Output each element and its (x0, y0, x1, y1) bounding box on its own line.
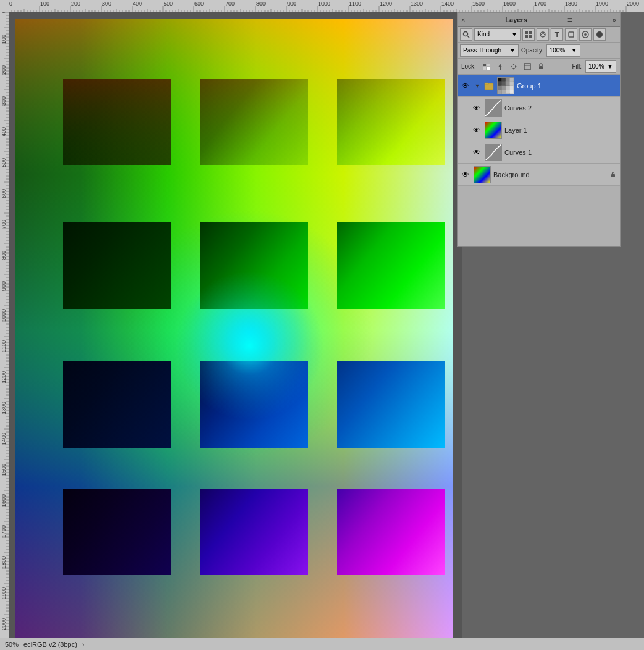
lock-all-button[interactable] (535, 61, 546, 72)
search-icon-button[interactable] (460, 28, 472, 41)
lock-transparent-button[interactable] (481, 61, 492, 72)
svg-rect-18 (539, 66, 543, 69)
toggle-filter-button[interactable] (593, 28, 606, 41)
layer-item-group1[interactable]: 👁 ▼ (458, 75, 620, 97)
svg-rect-4 (525, 35, 528, 38)
thumbnail-background (474, 166, 491, 183)
lock-artboard-icon (523, 62, 532, 71)
ruler-top (0, 0, 644, 12)
svg-rect-3 (529, 31, 532, 34)
layer-name-curves2: Curves 2 (504, 104, 617, 112)
svg-line-1 (467, 36, 469, 38)
ruler-left-canvas (0, 12, 9, 650)
ruler-left (0, 12, 9, 650)
svg-rect-31 (506, 86, 510, 90)
kind-filter-label: Kind (477, 31, 490, 38)
lock-all-icon (537, 62, 545, 71)
opacity-input[interactable]: 100% ▼ (546, 44, 580, 57)
pixel-filter-button[interactable] (522, 28, 535, 41)
zoom-level: 50% (5, 641, 19, 648)
panel-menu-button[interactable]: ≡ (567, 15, 572, 24)
fill-arrow: ▼ (607, 63, 613, 70)
ruler-canvas (9, 0, 644, 12)
thumbnail-layer1 (485, 122, 502, 139)
ruler-corner (0, 0, 9, 12)
panel-collapse-button[interactable]: » (613, 16, 616, 23)
svg-rect-26 (502, 81, 506, 86)
toggle-icon (596, 31, 603, 38)
svg-rect-41 (611, 174, 615, 177)
opacity-label: Opacity: (521, 47, 544, 54)
layer-name-layer1: Layer 1 (504, 127, 617, 134)
svg-rect-36 (510, 90, 514, 94)
kind-filter-arrow: ▼ (511, 31, 517, 38)
visibility-toggle-curves2[interactable]: 👁 (471, 102, 482, 114)
svg-rect-34 (502, 90, 506, 94)
svg-rect-5 (529, 35, 532, 38)
main-canvas[interactable] (15, 19, 453, 642)
adjustment-filter-button[interactable] (537, 28, 549, 41)
svg-rect-29 (498, 86, 502, 90)
svg-rect-11 (483, 64, 486, 66)
svg-rect-24 (510, 78, 514, 82)
svg-rect-20 (485, 83, 488, 85)
layer-item-curves1[interactable]: 👁 Curves 1 (458, 141, 620, 164)
blend-row: Pass Through ▼ Opacity: 100% ▼ (458, 43, 620, 59)
layers-panel: × Layers ≡ » Kind ▼ (457, 12, 621, 247)
smart-icon (582, 31, 589, 38)
svg-rect-23 (506, 78, 510, 82)
blend-mode-select[interactable]: Pass Through ▼ (460, 44, 519, 57)
svg-rect-21 (498, 78, 502, 82)
svg-rect-33 (498, 90, 502, 94)
canvas-area (9, 12, 462, 650)
svg-rect-13 (483, 67, 486, 70)
color-profile: eciRGB v2 (8bpc) (23, 641, 77, 648)
folder-icon (484, 81, 494, 91)
smart-filter-button[interactable] (579, 28, 592, 41)
opacity-arrow: ▼ (571, 47, 577, 54)
shape-filter-button[interactable] (565, 28, 577, 41)
search-icon (462, 31, 470, 38)
blend-mode-arrow: ▼ (509, 47, 516, 54)
svg-rect-30 (502, 86, 506, 90)
svg-point-9 (584, 33, 587, 36)
svg-point-10 (596, 31, 603, 38)
filter-row: Kind ▼ T (458, 27, 620, 43)
bottom-bar: 50% eciRGB v2 (8bpc) › (0, 638, 644, 650)
type-filter-button[interactable]: T (551, 28, 563, 41)
curves2-thumb-svg (485, 100, 501, 116)
svg-rect-7 (569, 32, 574, 37)
svg-rect-28 (510, 81, 514, 86)
svg-rect-15 (500, 67, 501, 70)
svg-rect-25 (498, 81, 502, 86)
layer-item-background[interactable]: 👁 Background (458, 164, 620, 186)
svg-rect-14 (487, 64, 490, 66)
panel-close-button[interactable]: × (461, 16, 465, 23)
thumbnail-curves2 (485, 99, 502, 117)
lock-paint-button[interactable] (495, 61, 506, 72)
lock-row: Lock: (458, 59, 620, 75)
blend-mode-label: Pass Through (463, 47, 501, 54)
svg-rect-16 (524, 64, 530, 70)
expand-group1[interactable]: ▼ (474, 80, 481, 91)
lock-artboard-button[interactable] (522, 61, 533, 72)
layer-item-layer1[interactable]: 👁 Layer 1 (458, 119, 620, 141)
lock-move-button[interactable] (508, 61, 519, 72)
visibility-toggle-curves1[interactable]: 👁 (471, 147, 482, 158)
kind-filter-select[interactable]: Kind ▼ (474, 28, 521, 41)
visibility-toggle-background[interactable]: 👁 (460, 169, 471, 180)
visibility-toggle-layer1[interactable]: 👁 (471, 125, 482, 136)
profile-arrow: › (82, 641, 85, 648)
svg-rect-2 (525, 31, 528, 34)
layer-item-curves2[interactable]: 👁 Curves 2 (458, 97, 620, 119)
adjustment-icon (539, 31, 546, 38)
lock-label: Lock: (461, 63, 476, 70)
type-icon: T (555, 31, 559, 38)
fill-input[interactable]: 100% ▼ (585, 60, 616, 73)
visibility-toggle-group1[interactable]: 👁 (460, 80, 471, 91)
lock-paint-icon (496, 62, 504, 71)
curves1-thumb-svg (485, 144, 501, 160)
layer-name-curves1: Curves 1 (504, 149, 617, 156)
panel-title: Layers (505, 16, 527, 23)
fill-label: Fill: (572, 63, 582, 70)
